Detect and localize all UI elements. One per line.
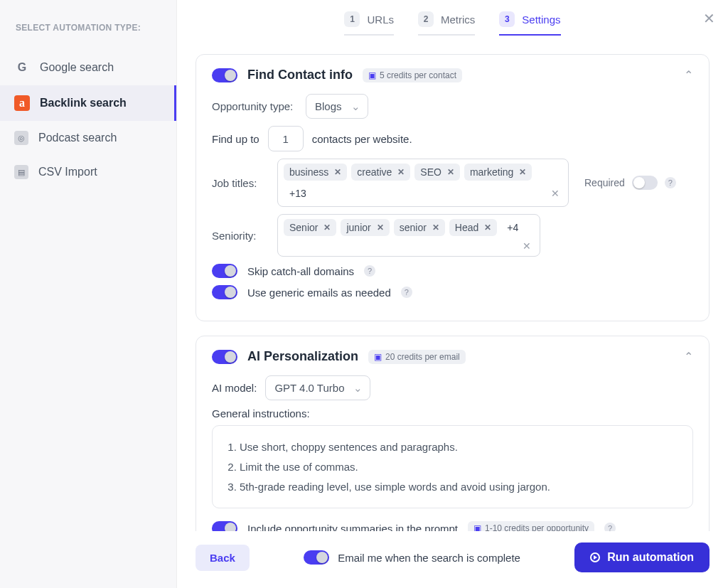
step-label: Settings [522, 14, 560, 26]
generic-emails-label: Use generic emails as needed [247, 287, 391, 299]
back-button[interactable]: Back [196, 545, 250, 571]
opportunity-type-label: Opportunity type: [212, 100, 297, 112]
opportunity-summaries-label: Include opportunity summaries in the pro… [247, 523, 458, 531]
find-up-to-label: Find up to [212, 133, 259, 145]
chip[interactable]: SEO✕ [414, 164, 460, 181]
ai-model-label: AI model: [212, 382, 257, 394]
remove-icon[interactable]: ✕ [323, 223, 331, 232]
toggle-contact-info[interactable] [212, 68, 237, 82]
step-number: 2 [418, 11, 434, 27]
chip[interactable]: Head✕ [449, 219, 497, 236]
opportunity-type-select[interactable]: Blogs ⌄ [306, 94, 368, 119]
chevron-down-icon: ⌄ [353, 382, 363, 395]
credit-icon: ▣ [374, 352, 382, 362]
card-title: Find Contact info [247, 68, 353, 82]
credit-icon: ▣ [368, 70, 376, 80]
chip-more[interactable]: +13 [284, 185, 312, 202]
clear-icon[interactable]: ✕ [548, 188, 562, 199]
chip[interactable]: junior✕ [341, 219, 389, 236]
toggle-required[interactable] [632, 176, 658, 190]
step-number: 3 [499, 11, 515, 27]
clear-icon[interactable]: ✕ [520, 240, 534, 252]
sidebar-item-label: Backlink search [40, 97, 127, 109]
step-settings[interactable]: 3 Settings [499, 11, 560, 36]
csv-icon: ▤ [14, 165, 28, 179]
remove-icon[interactable]: ✕ [397, 167, 405, 177]
toggle-generic-emails[interactable] [212, 285, 237, 299]
instruction-item: 5th-grade reading level, use simple word… [240, 477, 680, 497]
sidebar: SELECT AUTOMATION TYPE: G Google search … [0, 0, 177, 588]
seniority-label: Seniority: [212, 230, 269, 242]
chip[interactable]: senior✕ [394, 219, 445, 236]
chevron-up-icon[interactable]: ⌃ [684, 350, 693, 363]
play-icon [590, 552, 600, 562]
sidebar-item-google[interactable]: G Google search [0, 50, 176, 85]
contacts-per-label: contacts per website. [312, 133, 412, 145]
remove-icon[interactable]: ✕ [484, 223, 491, 232]
chip[interactable]: marketing✕ [464, 164, 532, 181]
main-panel: ✕ 1 URLs 2 Metrics 3 Settings Find Conta… [177, 0, 728, 588]
sidebar-header: SELECT AUTOMATION TYPE: [0, 23, 176, 50]
chip-more[interactable]: +4 [501, 219, 524, 236]
sidebar-item-label: Google search [40, 61, 114, 74]
step-label: URLs [367, 14, 394, 26]
instructions-label: General instructions: [212, 407, 693, 419]
chevron-up-icon[interactable]: ⌃ [684, 68, 693, 82]
help-icon[interactable]: ? [665, 177, 676, 188]
credit-badge: ▣1-10 credits per opportunity [468, 521, 594, 531]
step-label: Metrics [441, 14, 475, 26]
required-label: Required [584, 177, 625, 188]
chip[interactable]: Senior✕ [284, 219, 336, 236]
contacts-count-input[interactable] [268, 126, 304, 151]
instruction-item: Limit the use of commas. [240, 457, 680, 477]
ahrefs-icon: a [14, 95, 30, 111]
stepper: 1 URLs 2 Metrics 3 Settings [196, 11, 710, 36]
remove-icon[interactable]: ✕ [432, 223, 439, 232]
remove-icon[interactable]: ✕ [334, 167, 341, 177]
toggle-opportunity-summaries[interactable] [212, 521, 237, 531]
help-icon[interactable]: ? [364, 265, 375, 277]
skip-catchall-label: Skip catch-all domains [247, 265, 354, 277]
chip[interactable]: business✕ [284, 164, 347, 181]
help-icon[interactable]: ? [604, 523, 616, 531]
ai-model-select[interactable]: GPT 4.0 Turbo ⌄ [265, 375, 370, 400]
toggle-ai-personalization[interactable] [212, 350, 237, 364]
remove-icon[interactable]: ✕ [519, 167, 526, 177]
footer: Back Email me when the search is complet… [196, 531, 710, 588]
toggle-email-complete[interactable] [304, 550, 329, 565]
sidebar-item-label: Podcast search [38, 132, 117, 144]
card-contact-info: Find Contact info ▣5 credits per contact… [196, 54, 710, 321]
step-number: 1 [344, 11, 360, 27]
card-title: AI Personalization [247, 349, 358, 364]
step-metrics[interactable]: 2 Metrics [418, 11, 475, 36]
sidebar-item-backlink[interactable]: a Backlink search [0, 85, 176, 121]
credit-icon: ▣ [473, 523, 481, 531]
chip[interactable]: creative✕ [351, 164, 410, 181]
help-icon[interactable]: ? [401, 287, 412, 298]
credit-badge: ▣20 credits per email [368, 350, 466, 364]
instructions-textarea[interactable]: Use short, choppy sentences and paragrap… [212, 425, 693, 508]
toggle-skip-catchall[interactable] [212, 264, 237, 278]
credit-badge: ▣5 credits per contact [363, 68, 462, 82]
instruction-item: Use short, choppy sentences and paragrap… [240, 437, 680, 457]
seniority-input[interactable]: Senior✕ junior✕ senior✕ Head✕ +4 ✕ [277, 214, 540, 257]
podcast-icon: ◎ [14, 131, 28, 145]
run-automation-button[interactable]: Run automation [574, 542, 710, 572]
step-urls[interactable]: 1 URLs [344, 11, 394, 36]
chevron-down-icon: ⌄ [351, 100, 360, 113]
close-icon[interactable]: ✕ [703, 10, 715, 27]
card-ai-personalization: AI Personalization ▣20 credits per email… [196, 336, 710, 531]
google-icon: G [14, 60, 30, 75]
job-titles-label: Job titles: [212, 177, 269, 189]
remove-icon[interactable]: ✕ [377, 223, 384, 232]
email-complete-label: Email me when the search is complete [338, 552, 520, 564]
sidebar-item-csv[interactable]: ▤ CSV Import [0, 155, 176, 189]
sidebar-item-podcast[interactable]: ◎ Podcast search [0, 121, 176, 155]
remove-icon[interactable]: ✕ [447, 167, 454, 177]
job-titles-input[interactable]: business✕ creative✕ SEO✕ marketing✕ +13 … [277, 159, 569, 207]
sidebar-item-label: CSV Import [38, 166, 97, 178]
